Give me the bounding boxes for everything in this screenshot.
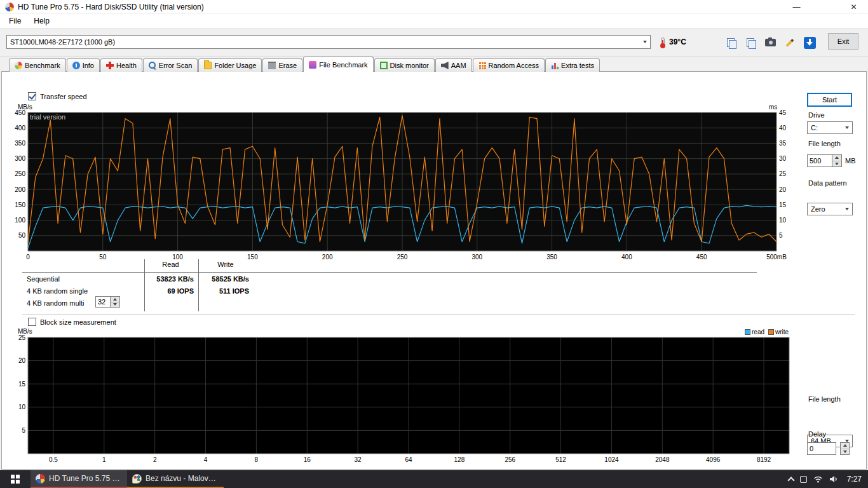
stepper-up-icon[interactable] xyxy=(841,443,849,449)
row-random-single-label: 4 KB random single xyxy=(27,287,88,295)
maximize-button[interactable] xyxy=(811,0,839,14)
chart-icon xyxy=(551,62,559,69)
toolbar-icons xyxy=(722,34,818,51)
chevron-up-icon[interactable] xyxy=(787,477,794,484)
close-button[interactable]: ✕ xyxy=(839,0,868,14)
tray-app-icon[interactable] xyxy=(800,476,807,483)
file-length-stepper[interactable] xyxy=(832,154,842,167)
svg-text:10: 10 xyxy=(779,217,787,224)
exit-button[interactable]: Exit xyxy=(828,33,858,50)
data-pattern-value: Zero xyxy=(811,205,825,213)
tab-file-benchmark[interactable]: File Benchmark xyxy=(303,57,373,72)
volume-icon[interactable] xyxy=(829,475,838,483)
delay-stepper-wrap[interactable] xyxy=(840,442,850,455)
toolbar: ST1000LM048-2E7172 (1000 gB) 39°C Exit xyxy=(0,29,868,57)
chevron-down-icon[interactable] xyxy=(841,122,852,133)
color-button[interactable] xyxy=(781,34,799,51)
svg-text:450: 450 xyxy=(696,254,707,261)
copy-image-icon xyxy=(747,38,755,48)
svg-text:128: 128 xyxy=(454,456,465,463)
checkbox-unchecked-icon[interactable] xyxy=(28,318,36,326)
camera-icon xyxy=(765,39,776,46)
svg-text:400: 400 xyxy=(15,125,25,132)
transfer-speed-label: Transfer speed xyxy=(40,93,87,100)
tab-erase[interactable]: Erase xyxy=(262,58,302,72)
tab-random-access[interactable]: Random Access xyxy=(473,58,545,72)
copy-report-button[interactable] xyxy=(722,34,740,51)
read-header: Read xyxy=(147,261,194,268)
delay-input[interactable] xyxy=(807,442,836,455)
chevron-down-icon[interactable] xyxy=(841,203,852,215)
tab-label: Folder Usage xyxy=(214,62,256,69)
data-pattern-select[interactable]: Zero xyxy=(807,203,853,215)
taskbar-app-hdtune[interactable]: HD Tune Pro 5.75 - H... xyxy=(31,470,127,488)
svg-text:150: 150 xyxy=(15,201,25,208)
start-button-windows[interactable] xyxy=(0,470,31,488)
drive-combobox[interactable]: ST1000LM048-2E7172 (1000 gB) xyxy=(6,35,651,49)
random-multi-input[interactable] xyxy=(95,296,111,308)
svg-text:25: 25 xyxy=(18,334,26,341)
svg-text:150: 150 xyxy=(247,254,258,261)
stepper-up-icon[interactable] xyxy=(832,155,841,161)
random-multi-stepper[interactable] xyxy=(111,296,120,308)
minimize-button[interactable]: — xyxy=(782,0,811,14)
checkbox-checked-icon[interactable] xyxy=(28,92,36,100)
file-length-input[interactable] xyxy=(807,154,832,167)
speaker-icon xyxy=(441,62,449,69)
sequential-read-value: 53823 KB/s xyxy=(147,275,194,283)
stepper-down-icon[interactable] xyxy=(111,302,119,308)
svg-text:20: 20 xyxy=(18,357,26,364)
random-single-write-value: 511 IOPS xyxy=(202,287,249,295)
delay-spinner[interactable] xyxy=(807,442,836,455)
stepper-up-icon[interactable] xyxy=(111,297,119,302)
tab-benchmark[interactable]: Benchmark xyxy=(9,58,66,72)
tab-folder-usage[interactable]: Folder Usage xyxy=(198,58,262,72)
data-pattern-label: Data pattern xyxy=(808,179,847,187)
tab-label: Erase xyxy=(278,62,297,69)
tab-disk-monitor[interactable]: Disk monitor xyxy=(374,58,435,72)
tab-label: Health xyxy=(116,62,137,69)
tab-bar: Benchmark Info Health Error Scan Folder … xyxy=(9,57,600,72)
tab-health[interactable]: Health xyxy=(100,58,142,72)
drive-select-value: C: xyxy=(811,124,818,132)
tab-label: Random Access xyxy=(489,62,539,69)
stepper-down-icon[interactable] xyxy=(832,161,841,167)
copy-image-button[interactable] xyxy=(742,34,759,51)
file-length-spinner[interactable] xyxy=(807,154,842,167)
svg-text:300: 300 xyxy=(471,254,482,261)
taskbar-app-paint[interactable]: Bez názvu - Malování xyxy=(127,470,224,488)
tab-info[interactable]: Info xyxy=(67,58,100,72)
svg-text:ms: ms xyxy=(769,104,777,111)
save-icon xyxy=(804,37,816,49)
delay-stepper[interactable] xyxy=(840,442,850,455)
svg-text:2: 2 xyxy=(153,456,157,463)
svg-text:5: 5 xyxy=(779,232,783,239)
svg-text:250: 250 xyxy=(15,170,25,177)
random-multi-spinner[interactable] xyxy=(95,296,120,308)
tab-error-scan[interactable]: Error Scan xyxy=(143,58,198,72)
transfer-speed-checkbox[interactable]: Transfer speed xyxy=(28,92,87,100)
svg-text:256: 256 xyxy=(505,456,515,463)
clock[interactable]: 7:27 xyxy=(844,475,862,484)
chevron-down-icon[interactable] xyxy=(639,36,650,48)
svg-text:400: 400 xyxy=(621,254,632,261)
svg-text:35: 35 xyxy=(779,140,787,147)
screenshot-button[interactable] xyxy=(761,34,779,51)
save-button[interactable] xyxy=(801,34,818,51)
section-divider xyxy=(22,315,855,316)
menu-file[interactable]: File xyxy=(3,15,27,27)
tab-aam[interactable]: AAM xyxy=(435,58,472,72)
start-button[interactable]: Start xyxy=(807,93,852,107)
block-size-checkbox[interactable]: Block size measurement xyxy=(28,318,116,326)
title-bar: HD Tune Pro 5.75 - Hard Disk/SSD Utility… xyxy=(0,0,868,14)
stepper-down-icon[interactable] xyxy=(841,449,849,455)
tab-label: Extra tests xyxy=(561,62,594,69)
tab-extra-tests[interactable]: Extra tests xyxy=(545,58,600,72)
copy-report-icon xyxy=(727,38,735,48)
svg-text:1024: 1024 xyxy=(604,456,619,463)
menu-help[interactable]: Help xyxy=(27,15,56,27)
wifi-icon[interactable] xyxy=(813,475,823,483)
svg-text:20: 20 xyxy=(779,186,787,193)
temperature-value: 39°C xyxy=(669,37,686,46)
drive-select[interactable]: C: xyxy=(807,121,853,134)
